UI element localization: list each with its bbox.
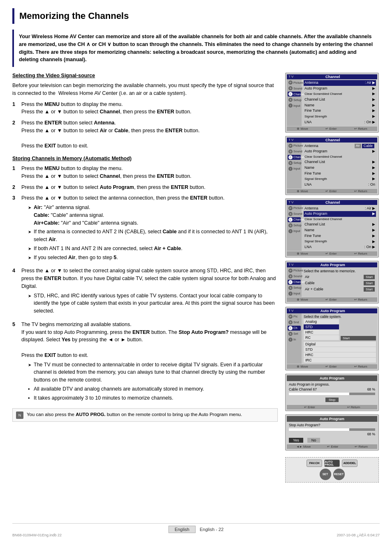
tv3-signal: Signal Strength▶ xyxy=(304,239,376,245)
tv3-name: Name▶ xyxy=(304,228,376,233)
tv6-stop-container: Stop xyxy=(289,396,375,403)
tv1-sidebar-picture: P Picture xyxy=(288,80,301,85)
tv4-cable-start: Start xyxy=(364,281,375,285)
remote-bottom-row: SET RESET xyxy=(320,469,345,480)
tv6-title: Auto Program xyxy=(287,375,377,381)
remote-top-row: FAV.CH AUTO PROG. ADD/DEL xyxy=(307,460,357,467)
intro-text: Your Wireless Home AV Center can memoriz… xyxy=(19,33,375,64)
tv1-sidebar-input: I Input xyxy=(288,103,301,108)
tv5-hrc: HRC xyxy=(304,330,339,335)
section1-intro: Before your television can begin memoriz… xyxy=(12,82,278,97)
tv5-analog-label: Analog xyxy=(304,319,339,324)
tv7-percent: 68 % xyxy=(289,432,375,436)
right-column: T V Channel __ P Picture S Sound xyxy=(285,73,380,483)
tv4-cable-row: Cable Start xyxy=(304,280,376,286)
tv1-sidebar-sound: S Sound xyxy=(288,86,301,91)
tv1-antenna: Antenna: Air ▶ xyxy=(304,80,376,86)
section2-title: Storing Channels in Memory (Automatic Me… xyxy=(12,156,278,161)
tv-screen-7: Auto Program Stop Auto Program? 68 % Yes… xyxy=(285,414,379,451)
tv5-std: STD xyxy=(304,324,339,329)
tv3-setup-icon: S xyxy=(288,223,293,228)
tv2-lna: LNA: On xyxy=(304,182,376,188)
tv3-autoprog: Auto Program▶ xyxy=(304,211,376,217)
tv1-name: Name▶ xyxy=(304,103,376,108)
tv6-body: Auto Program in progress. Cable Channel … xyxy=(287,381,377,405)
bullet-air: Air: "Air" antenna signal. Cable: "Cable… xyxy=(28,204,278,227)
tv7-no-btn[interactable]: No xyxy=(307,438,321,443)
tv5-footer: ⊕ Move ↵ Enter ↩ Return xyxy=(287,364,377,369)
tv3-main: Antenna: Air ▶ Auto Program▶ Clear Scram… xyxy=(302,205,377,251)
tv1-footer: ⊕ Move ↵ Enter ↩ Return xyxy=(287,126,377,131)
s2-step1: 1 Press the MENU button to display the m… xyxy=(12,165,278,180)
s2-step5: 5 The TV begins memorizing all available… xyxy=(12,321,278,405)
tv7-yesno: Yes No xyxy=(289,438,375,443)
step1: 1 Press the MENU button to display the m… xyxy=(12,101,278,116)
step5-bullets: The TV must be connected to antenna/cabl… xyxy=(21,361,278,402)
tv3-body: P Picture S Sound C Channel xyxy=(287,205,377,251)
tv4-aircable-row: Air + Cable Start xyxy=(304,286,376,292)
page-footer: English English - 22 xyxy=(12,523,380,533)
s2-step3: 3 Press the ▲ or ▼ button to select the … xyxy=(12,194,278,264)
tv-screen-1: T V Channel __ P Picture S Sound xyxy=(285,73,379,133)
tv4-aircable-start: Start xyxy=(364,287,375,292)
tv2-finetune: Fine Tune▶ xyxy=(304,171,376,177)
tv7-progress-fill xyxy=(289,428,349,431)
tv3-lna: LNA: On ▶ xyxy=(304,244,376,250)
tv5-input-icon: I xyxy=(288,338,293,342)
bullet-std-hrc: STD, HRC, and IRC identify various types… xyxy=(28,292,278,315)
tv7-title: Auto Program xyxy=(287,416,377,422)
tv-screen-5: T V Auto Program __ P Pic S Snd xyxy=(285,307,379,370)
tv6-progress-bar xyxy=(289,393,375,395)
tv2-antenna: Antenna Air Cable xyxy=(304,143,376,149)
input-icon: I xyxy=(288,103,293,108)
tv6-stop-btn[interactable]: Stop xyxy=(325,398,339,402)
tv5-channel-icon: C xyxy=(288,326,293,330)
tv2-clear: Clear Scrambled Channel xyxy=(304,154,376,159)
tv5-d-std: STD xyxy=(304,347,376,352)
tv2-chlist: Channel List▶ xyxy=(304,159,376,165)
tv1-lna: LNA: On ▶ xyxy=(304,120,376,125)
tv5-sidebar: P Pic S Snd C Ch xyxy=(287,313,302,364)
step3-bullets: Air: "Air" antenna signal. Cable: "Cable… xyxy=(21,204,278,261)
note-text: You can also press the AUTO PROG. button… xyxy=(27,411,242,418)
tv4-body: P Picture S Sound C Channel xyxy=(287,267,377,297)
bullet-auto-store: All available DTV and analog channels ar… xyxy=(28,385,278,393)
page-container: Memorizing the Channels Your Wireless Ho… xyxy=(0,0,392,538)
tv7-progress-bar xyxy=(289,428,375,431)
tv4-subtitle: Select the antennas to memorize. xyxy=(304,268,376,274)
tv2-autoprog: Auto Program▶ xyxy=(304,149,376,154)
tv6-percent: 68 % xyxy=(367,387,375,391)
tv3-picture-icon: P xyxy=(288,206,293,210)
tv6-status: Auto Program in progress. xyxy=(289,382,375,386)
tv5-columns: Analog STD HRC RC Start xyxy=(304,319,376,340)
remote-area: FAV.CH AUTO PROG. ADD/DEL SET RESET xyxy=(285,457,379,483)
tv3-input-icon: I xyxy=(288,229,293,233)
remote-favch-btn: FAV.CH xyxy=(307,460,322,467)
tv2-sound-icon: S xyxy=(288,149,293,154)
picture-icon: P xyxy=(288,80,293,85)
tv5-setup-icon: S xyxy=(288,332,293,336)
remote-addel-btn: ADD/DEL xyxy=(342,460,357,467)
note-box: N You can also press the AUTO PROG. butt… xyxy=(12,408,278,422)
tv4-picture-icon: P xyxy=(288,269,293,273)
tv1-sidebar: P Picture S Sound C Channel xyxy=(287,79,302,126)
tv2-body: P Picture S Sound C Channel xyxy=(287,143,377,189)
section2: Storing Channels in Memory (Automatic Me… xyxy=(12,156,278,404)
bullet-time: It takes approximately 3 to 10 minutes t… xyxy=(28,394,278,402)
remote-autoprog-btn[interactable]: AUTO PROG. xyxy=(324,460,340,467)
tv7-yes-btn[interactable]: Yes xyxy=(289,438,303,443)
setup-icon: S xyxy=(288,98,293,102)
tv2-signal: Signal Strength▶ xyxy=(304,176,376,182)
tv7-footer: ◄► Move ↵ Enter ↩ Return xyxy=(287,444,377,449)
footer-file-info: BN68-01094W-01Eng.indb 22 xyxy=(12,533,62,537)
tv4-air-start: Start xyxy=(364,275,375,279)
tv4-setup-icon: S xyxy=(288,286,293,290)
bullet-ant2: If the antenna is connected to ANT 2 IN … xyxy=(28,228,278,244)
tv5-d-hrc: HRC xyxy=(304,352,376,357)
page-title-bar: Memorizing the Channels xyxy=(12,8,380,24)
left-column: Selecting the Video Signal-source Before… xyxy=(12,73,278,483)
tv-screen-4: T V Auto Program __ P Picture S xyxy=(285,261,379,303)
tv-screen-3: T V Channel __ P Picture S Sound xyxy=(285,198,379,258)
tv5-digital-label: Digital xyxy=(304,342,376,347)
tv3-clear: Clear Scrambled Channel xyxy=(304,217,376,222)
